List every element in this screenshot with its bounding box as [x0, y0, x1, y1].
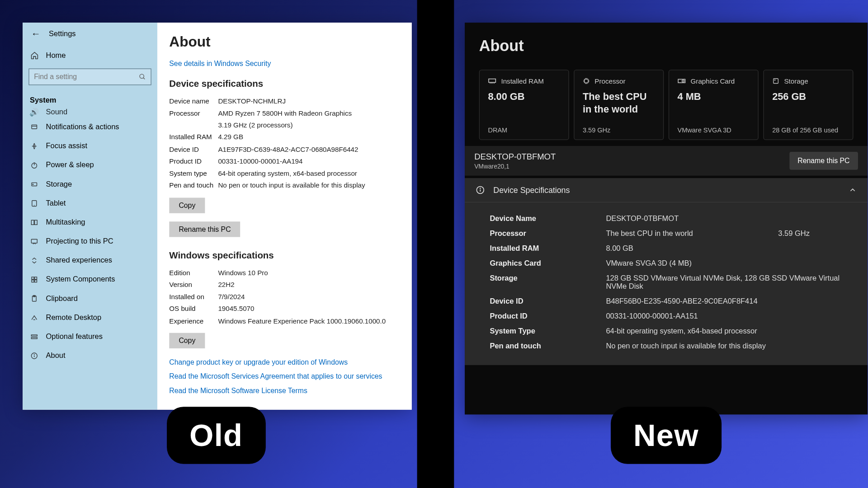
multitasking-icon	[30, 218, 39, 227]
cpu-icon	[583, 77, 590, 84]
sidebar-item-label: Sound	[46, 108, 67, 116]
sidebar-item-focus[interactable]: Focus assist	[23, 136, 157, 155]
svg-rect-12	[31, 239, 37, 243]
sidebar-item-remote[interactable]: Remote Desktop	[23, 308, 157, 327]
chevron-up-icon	[849, 186, 857, 194]
sidebar-item-clipboard[interactable]: Clipboard	[23, 289, 157, 308]
focus-icon	[30, 141, 39, 150]
svg-rect-14	[34, 277, 37, 279]
spec-label: Installed on	[169, 292, 218, 302]
search-field[interactable]	[34, 73, 139, 81]
spec-value: DESKTOP-NCHMLRJ	[218, 96, 400, 107]
storage-icon	[30, 179, 39, 188]
svg-point-42	[774, 80, 775, 80]
device-spec-header[interactable]: Device Specifications	[465, 178, 868, 202]
sidebar-item-power[interactable]: Power & sleep	[23, 155, 157, 174]
sidebar-item-label: Notifications & actions	[46, 123, 119, 131]
sidebar-item-notifications[interactable]: Notifications & actions	[23, 117, 157, 136]
copy-button[interactable]: Copy	[169, 333, 205, 348]
svg-point-40	[682, 80, 684, 82]
sidebar-item-components[interactable]: System Components	[23, 270, 157, 289]
sidebar-item-label: About	[46, 352, 65, 360]
spec-value: 3.59 GHz	[778, 229, 849, 237]
svg-rect-2	[32, 125, 37, 129]
ram-icon	[488, 78, 496, 84]
spec-label: System type	[169, 169, 218, 179]
search-input[interactable]	[28, 69, 151, 85]
sidebar-item-optional[interactable]: Optional features	[23, 327, 157, 346]
sidebar-item-projecting[interactable]: Projecting to this PC	[23, 232, 157, 251]
rename-pc-button[interactable]: Rename this PC	[789, 152, 858, 170]
spec-value: The best CPU in the world	[606, 229, 778, 237]
about-icon	[30, 351, 39, 360]
security-link[interactable]: See details in Windows Security	[169, 60, 400, 68]
sidebar-home[interactable]: Home	[23, 45, 157, 65]
card-storage[interactable]: Storage 256 GB 28 GB of 256 GB used	[763, 70, 853, 140]
clipboard-icon	[30, 294, 39, 303]
spec-value: B48F56B0-E235-4590-ABE2-9C0EA0F8F414	[606, 297, 849, 305]
card-value: 4 MB	[678, 90, 750, 103]
services-link[interactable]: Read the Microsoft Services Agreement th…	[169, 372, 400, 380]
gpu-icon	[678, 78, 686, 84]
copy-button[interactable]: Copy	[169, 198, 205, 213]
spec-value: 00331-10000-00001-AA151	[606, 312, 849, 320]
card-value: The best CPU in the world	[583, 90, 655, 115]
windows-spec-header: Windows specifications	[169, 250, 400, 261]
window-title: Settings	[49, 30, 76, 38]
svg-rect-30	[585, 79, 588, 83]
sidebar-item-storage[interactable]: Storage	[23, 174, 157, 193]
vertical-divider	[417, 0, 454, 488]
power-icon	[30, 160, 39, 169]
optional-icon	[30, 332, 39, 341]
card-label: Installed RAM	[501, 77, 543, 84]
spec-label: Device Name	[490, 214, 606, 222]
card-label: Graphics Card	[691, 77, 735, 84]
spec-label: Processor	[169, 108, 218, 119]
product-key-link[interactable]: Change product key or upgrade your editi…	[169, 358, 400, 366]
sidebar-items: 🔊 Sound Notifications & actions Focus as…	[23, 108, 157, 410]
license-link[interactable]: Read the Microsoft Software License Term…	[169, 387, 400, 395]
sidebar-item-label: Tablet	[46, 199, 66, 207]
svg-rect-25	[489, 79, 495, 83]
badge-new: New	[611, 407, 722, 464]
sidebar-item-label: Multitasking	[46, 218, 85, 226]
spec-label: Edition	[169, 267, 218, 278]
svg-point-7	[33, 184, 33, 184]
sidebar: ← Settings Home System 🔊 Sound	[23, 23, 157, 410]
spec-label: Processor	[490, 229, 606, 237]
card-gpu[interactable]: Graphics Card 4 MB VMware SVGA 3D	[669, 70, 759, 140]
card-processor[interactable]: Processor The best CPU in the world 3.59…	[574, 70, 664, 140]
card-ram[interactable]: Installed RAM 8.00 GB DRAM	[479, 70, 569, 140]
remote-icon	[30, 313, 39, 322]
search-icon	[139, 73, 146, 80]
spec-label: Version	[169, 280, 218, 290]
spec-value: DESKTOP-0TBFMOT	[606, 214, 849, 222]
svg-rect-21	[31, 337, 37, 338]
card-sub: 3.59 GHz	[583, 122, 655, 133]
settings-window-old: ← Settings Home System 🔊 Sound	[23, 23, 412, 410]
device-spec-title: Device Specifications	[493, 186, 570, 195]
svg-point-0	[140, 74, 144, 78]
sidebar-item-sound[interactable]: 🔊 Sound	[23, 108, 157, 117]
sidebar-item-tablet[interactable]: Tablet	[23, 193, 157, 212]
svg-rect-20	[31, 334, 37, 336]
svg-rect-10	[31, 220, 34, 225]
page-title: About	[479, 37, 854, 56]
spec-label: Pen and touch	[490, 342, 606, 350]
back-arrow-icon[interactable]: ←	[31, 28, 41, 39]
tablet-icon	[30, 199, 39, 208]
rename-pc-button[interactable]: Rename this PC	[169, 221, 240, 237]
spec-value: 8.00 GB	[606, 244, 849, 252]
spec-label: Installed RAM	[490, 244, 606, 252]
spec-label: Device ID	[490, 297, 606, 305]
svg-point-24	[34, 354, 34, 355]
spec-value: VMware SVGA 3D (4 MB)	[606, 259, 849, 267]
spec-label: Installed RAM	[169, 132, 218, 143]
device-specifications-panel: Device Specifications Device NameDESKTOP…	[465, 178, 868, 365]
sidebar-item-about[interactable]: About	[23, 346, 157, 365]
spec-value: 19045.5070	[218, 304, 400, 314]
sidebar-item-multitasking[interactable]: Multitasking	[23, 213, 157, 232]
spec-value: Windows Feature Experience Pack 1000.190…	[218, 316, 400, 326]
card-value: 8.00 GB	[488, 90, 560, 103]
sidebar-item-shared[interactable]: Shared experiences	[23, 251, 157, 270]
